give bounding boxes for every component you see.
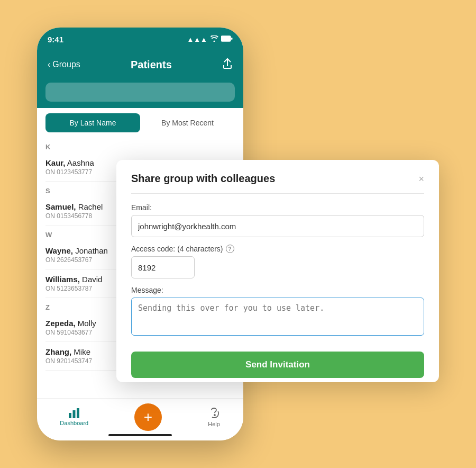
share-icon[interactable] <box>222 58 233 72</box>
message-form-group: Message: <box>131 286 424 338</box>
signal-icon: ▲▲▲ <box>187 35 207 43</box>
close-button[interactable]: × <box>418 174 424 184</box>
sort-by-most-recent-tab[interactable]: By Most Recent <box>140 113 235 132</box>
help-icon[interactable]: ? <box>226 245 234 253</box>
svg-point-5 <box>214 415 215 416</box>
sort-by-last-name-tab[interactable]: By Last Name <box>45 113 140 132</box>
svg-rect-2 <box>69 413 71 418</box>
back-button[interactable]: ‹ Groups <box>48 60 80 69</box>
message-textarea[interactable] <box>131 298 424 336</box>
status-time: 9:41 <box>48 35 63 44</box>
send-invitation-button[interactable]: Send Invitation <box>131 352 424 378</box>
message-label: Message: <box>131 286 424 294</box>
wifi-icon <box>210 35 218 43</box>
help-tab[interactable]: Help <box>208 407 221 427</box>
email-form-group: Email: <box>131 203 424 237</box>
email-label: Email: <box>131 203 424 212</box>
add-button[interactable]: + <box>134 403 162 431</box>
access-code-form-group: Access code: (4 characters) ? <box>131 245 424 278</box>
svg-rect-1 <box>231 38 233 40</box>
modal-header: Share group with colleagues × <box>131 173 424 185</box>
access-code-input[interactable] <box>131 256 195 278</box>
share-modal: Share group with colleagues × Email: Acc… <box>116 160 439 382</box>
status-bar: 9:41 ▲▲▲ <box>37 28 243 51</box>
search-bar[interactable] <box>45 83 235 102</box>
back-label: Groups <box>52 60 80 69</box>
modal-title: Share group with colleagues <box>131 173 275 185</box>
nav-title: Patients <box>131 59 172 71</box>
battery-icon <box>221 35 233 43</box>
sort-tabs: By Last Name By Most Recent <box>37 108 243 138</box>
nav-bar: ‹ Groups Patients <box>37 51 243 78</box>
dashboard-tab[interactable]: Dashboard <box>60 408 88 426</box>
home-indicator <box>108 434 172 436</box>
email-input[interactable] <box>131 215 424 237</box>
modal-divider <box>131 193 424 194</box>
svg-rect-3 <box>73 410 76 418</box>
back-chevron-icon: ‹ <box>48 60 50 69</box>
section-k: K <box>45 138 235 153</box>
search-section <box>37 78 243 108</box>
access-code-label: Access code: (4 characters) ? <box>131 245 424 253</box>
svg-rect-0 <box>221 36 231 41</box>
svg-rect-4 <box>77 408 79 418</box>
